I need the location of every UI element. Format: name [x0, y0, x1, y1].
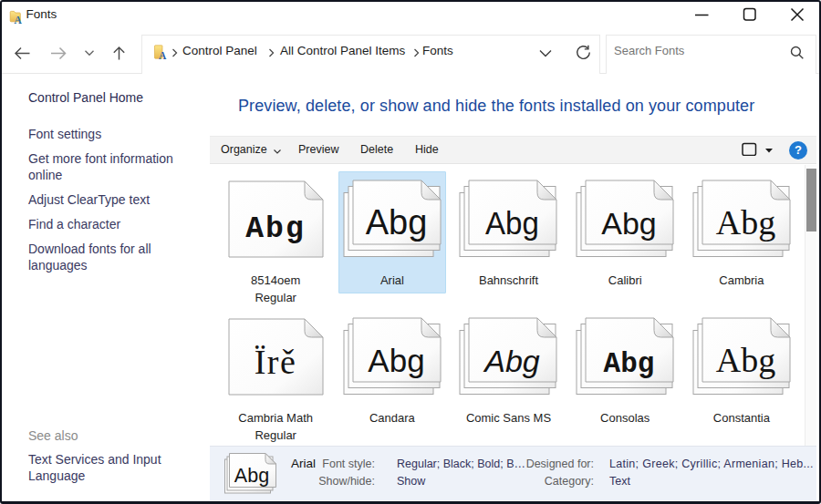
- svg-text:Abg: Abg: [715, 203, 774, 242]
- svg-text:A: A: [159, 50, 167, 60]
- svg-text:Abg: Abg: [365, 203, 427, 242]
- svg-text:A: A: [15, 15, 23, 24]
- svg-text:Abg: Abg: [485, 205, 539, 242]
- svg-text:Abg: Abg: [483, 344, 541, 378]
- svg-text:Abg: Abg: [245, 212, 305, 246]
- svg-text:Abg: Abg: [715, 341, 774, 379]
- svg-text:Abg: Abg: [601, 206, 657, 241]
- svg-text:Abg: Abg: [604, 348, 655, 380]
- svg-text:Abg: Abg: [368, 343, 424, 378]
- svg-text:Abg: Abg: [234, 465, 268, 487]
- svg-text:Ïrě: Ïrě: [254, 343, 296, 381]
